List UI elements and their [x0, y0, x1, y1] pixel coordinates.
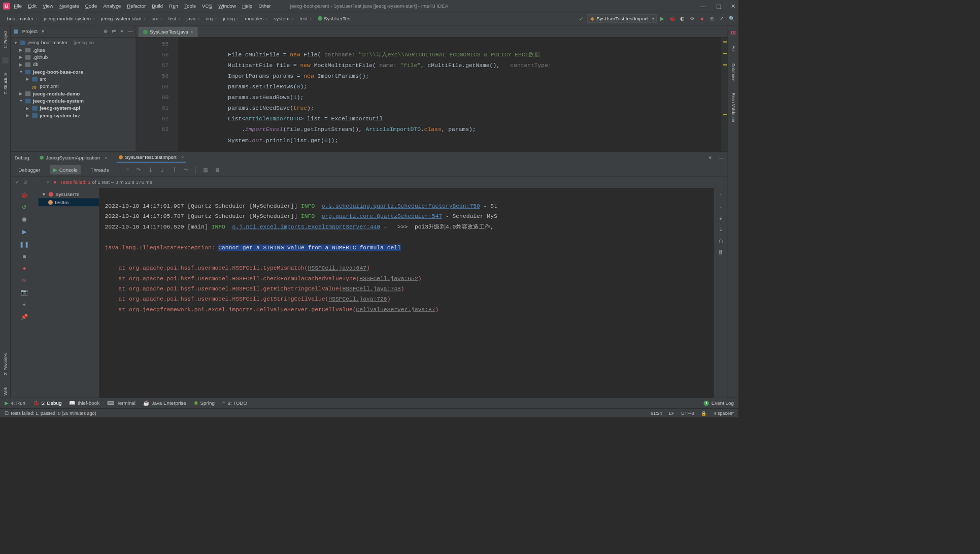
step-into-icon[interactable]: ↷	[136, 166, 141, 173]
crumb-11[interactable]: SysUserTest	[315, 15, 357, 22]
mute-bp-icon[interactable]: ≣	[215, 166, 220, 173]
run-icon[interactable]: ▶	[658, 14, 667, 23]
crumb-2[interactable]: jeecg-system-start	[98, 15, 149, 22]
crumb-0[interactable]: -boot-master	[3, 15, 41, 22]
rerun-debug-icon[interactable]: 🐞	[21, 192, 28, 199]
test-child[interactable]: testIm	[38, 198, 99, 206]
menu-navigate[interactable]: Navigate	[59, 3, 79, 9]
mute-icon[interactable]: ⦸	[22, 277, 26, 284]
tree-node[interactable]: ▶db	[12, 61, 134, 68]
update-vcs-icon[interactable]: ⎘	[708, 14, 717, 23]
status-encoding[interactable]: UTF-8	[681, 410, 694, 416]
test-root[interactable]: ▼SysUserTe	[38, 190, 99, 198]
bottom-spring[interactable]: ❀Spring	[194, 400, 215, 406]
crumb-1[interactable]: jeecg-module-system	[41, 15, 98, 22]
camera-icon[interactable]: 📷	[21, 289, 28, 296]
test-tree[interactable]: ▼SysUserTe testIm	[38, 188, 99, 398]
gear-icon[interactable]: ✶	[120, 28, 124, 34]
tab-bean-validation[interactable]: Bean Validation	[730, 90, 736, 124]
tree-node[interactable]: ▶src	[12, 75, 134, 82]
gear-icon[interactable]: ✶	[708, 155, 712, 160]
menu-refactor[interactable]: Refactor	[127, 3, 146, 9]
tree-node[interactable]: ▶jeecg-system-api	[12, 105, 134, 112]
settings-icon[interactable]: ✶	[22, 301, 27, 308]
resume-icon[interactable]: ▶	[22, 229, 27, 236]
gutter[interactable]: 555657585960616263	[136, 38, 178, 152]
tree-root[interactable]: ▼ jeecg-boot-master [jeecg-bo	[12, 39, 134, 46]
pass-filter-icon[interactable]: ✔	[15, 179, 19, 185]
bottom-eventlog[interactable]: 1Event Log	[704, 400, 734, 406]
rerun-failed-icon[interactable]: ↺	[22, 204, 27, 211]
run-config-combo[interactable]: ◆ SysUserTest.testImport ▾	[587, 14, 656, 23]
debug-tab-test[interactable]: SysUserTest.testImport×	[117, 153, 186, 162]
coverage-icon[interactable]: ◐	[678, 14, 687, 23]
target-icon[interactable]: ⊕	[104, 28, 108, 34]
menu-edit[interactable]: Edit	[28, 3, 37, 9]
step-out-icon[interactable]: ⤓	[148, 166, 153, 173]
tree-node[interactable]: ▶jeecg-system-biz	[12, 112, 134, 119]
code-area[interactable]: File cMultiFile = new File( pathname: "D…	[178, 38, 721, 152]
tab-favorites[interactable]: 2: Favorites	[2, 351, 8, 377]
marker-stripe[interactable]	[721, 38, 728, 152]
menu-help[interactable]: Help	[242, 3, 252, 9]
hide-icon[interactable]: —	[128, 28, 133, 34]
scroll-up-icon[interactable]: ↑	[720, 192, 722, 198]
drop-frame-icon[interactable]: ✂	[184, 166, 189, 173]
close-tab-icon[interactable]: ×	[191, 29, 193, 34]
tab-ant[interactable]: Ant	[730, 43, 736, 54]
bottom-javaee[interactable]: ☕Java Enterprise	[143, 400, 186, 406]
search-everywhere-icon[interactable]: 🔍	[728, 14, 736, 23]
tree-node[interactable]: ▶.gitee	[12, 46, 134, 53]
bottom-terminal[interactable]: ⌨Terminal	[107, 400, 136, 406]
tab-web[interactable]: Web	[2, 384, 8, 398]
maximize-icon[interactable]: ▢	[716, 3, 721, 9]
hide-icon[interactable]: —	[719, 155, 724, 160]
bottom-run[interactable]: ▶4: Run	[5, 400, 25, 406]
debug-icon[interactable]: 🐞	[668, 14, 677, 23]
crumb-10[interactable]: test	[296, 15, 315, 22]
bottom-debug[interactable]: 🐞5: Debug	[33, 400, 61, 406]
icon-square[interactable]	[2, 57, 8, 63]
pin-icon[interactable]: 📌	[21, 313, 28, 320]
tree-node[interactable]: ▶.github	[12, 53, 134, 60]
fail-filter-icon[interactable]: ⊘	[23, 179, 27, 185]
console-tab[interactable]: ▶Console	[50, 165, 81, 175]
run-to-cursor-icon[interactable]: ⤒	[172, 166, 177, 173]
status-caret-pos[interactable]: 61:24	[651, 410, 662, 416]
stop-session-icon[interactable]: ■	[23, 253, 26, 259]
crumb-9[interactable]: system	[271, 15, 296, 22]
soft-wrap-icon[interactable]: ↲	[719, 215, 723, 221]
toggle-bp-icon[interactable]: ⬣	[22, 216, 27, 223]
maven-icon[interactable]: m	[731, 28, 736, 37]
chevron-down-icon[interactable]: ▾	[42, 28, 44, 34]
menu-other[interactable]: Other	[258, 3, 271, 9]
commit-icon[interactable]: ✓	[718, 14, 726, 23]
tree-node[interactable]: ▼jeecg-module-system	[12, 97, 134, 104]
menu-file[interactable]: File	[14, 3, 22, 9]
profile-icon[interactable]: ⟳	[688, 14, 697, 23]
clear-icon[interactable]: 🗑	[718, 249, 724, 255]
tree-node[interactable]: ▶jeecg-module-demo	[12, 90, 134, 97]
tree-node[interactable]: ▼jeecg-boot-base-core	[12, 68, 134, 75]
tab-project[interactable]: 1: Project	[2, 28, 8, 51]
view-bp-icon[interactable]: ●	[23, 265, 26, 271]
tab-structure[interactable]: 7: Structure	[2, 71, 8, 97]
scroll-end-icon[interactable]: ⤓	[719, 226, 723, 232]
expand-icon[interactable]: »	[47, 179, 49, 185]
debugger-tab[interactable]: Debugger	[15, 165, 43, 175]
pause-icon[interactable]: ❚❚	[19, 241, 29, 248]
menu-tools[interactable]: Tools	[184, 3, 196, 9]
menu-window[interactable]: Window	[218, 3, 236, 9]
build-icon[interactable]: ↙	[577, 14, 586, 23]
threads-tab[interactable]: Threads	[87, 165, 112, 175]
bottom-todo[interactable]: ≡6: TODO	[222, 400, 247, 406]
force-step-icon[interactable]: ⤓	[160, 166, 165, 173]
menu-run[interactable]: Run	[169, 3, 178, 9]
crumb-5[interactable]: java	[183, 15, 202, 22]
status-indent[interactable]: 4 spaces*	[714, 410, 734, 416]
evaluate-icon[interactable]: ▦	[203, 166, 209, 173]
menu-analyze[interactable]: Analyze	[103, 3, 121, 9]
print-icon[interactable]: ⎙	[719, 238, 722, 244]
menu-build[interactable]: Build	[152, 3, 163, 9]
tab-database[interactable]: Database	[730, 61, 736, 84]
